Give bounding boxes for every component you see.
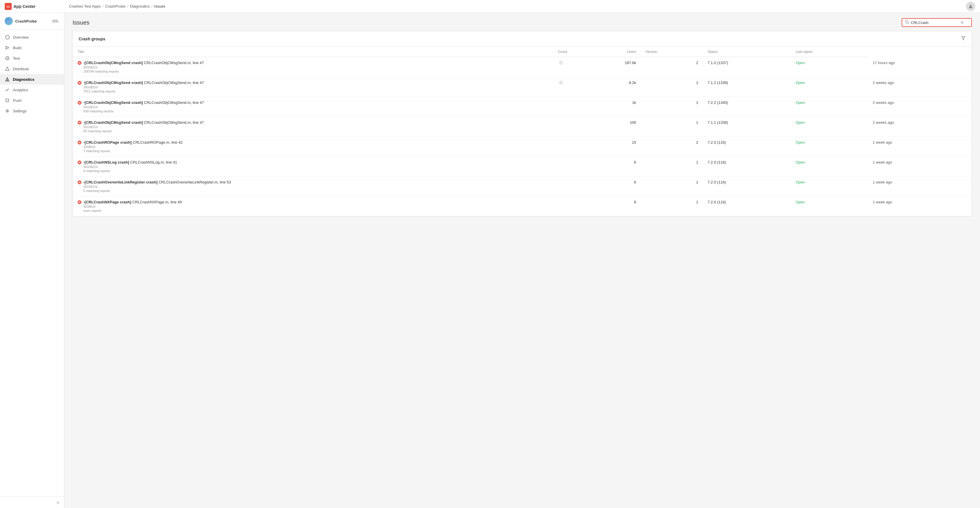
sidebar-item-push[interactable]: Push: [0, 95, 64, 105]
user-avatar[interactable]: [966, 2, 975, 11]
users-cell: 1: [641, 117, 703, 137]
crash-title-cell: -[CRLCrashNSLog crash] CRLCrashNSLog.m, …: [73, 157, 553, 176]
app-center-label: App Center: [13, 4, 35, 9]
crash-title: -[CRLCrashOverwriteLinkRegister crash] C…: [78, 180, 549, 193]
crash-reports: 7511 matching reports: [83, 89, 204, 93]
svg-text:CP: CP: [7, 20, 10, 23]
status-badge: Open: [795, 80, 805, 85]
status-cell: Open: [791, 97, 868, 117]
svg-rect-12: [6, 99, 9, 102]
crash-title-cell: -[CRLCrashObjCMsgSend crash] CRLCrashObj…: [73, 117, 553, 137]
breadcrumb: Crashes Test Apps / CrashProbe / Diagnos…: [69, 4, 966, 8]
count-cell: 6: [572, 176, 641, 196]
last-report-cell: 1 week ago: [868, 196, 972, 216]
app-logo[interactable]: AC App Center: [5, 3, 69, 10]
status-badge: Open: [795, 101, 805, 105]
analytics-icon: [5, 87, 10, 93]
table-row[interactable]: -[CRLCrashObjCMsgSend crash] CRLCrashObj…: [73, 77, 972, 97]
table-row[interactable]: -[CRLCrashObjCMsgSend crash] CRLCrashObj…: [73, 117, 972, 137]
sidebar-item-build[interactable]: Build: [0, 42, 64, 53]
sidebar-collapse: «: [0, 497, 64, 508]
breadcrumb-sep-2: /: [127, 4, 128, 8]
svg-marker-6: [6, 46, 9, 49]
svg-point-11: [7, 80, 8, 81]
main-layout: CP CrashProbe iOS Overview: [0, 13, 980, 508]
note-cell: [553, 196, 572, 216]
analytics-label: Analytics: [13, 88, 28, 92]
status-cell: Open: [791, 196, 868, 216]
crash-signal: SIGSEGV: [83, 165, 177, 169]
crash-title: -[CRLCrashNSLog crash] CRLCrashNSLog.m, …: [78, 160, 549, 173]
breadcrumb-item-2[interactable]: CrashProbe: [105, 4, 126, 8]
sidebar-item-distribute[interactable]: Distribute: [0, 64, 64, 74]
note-icon[interactable]: [558, 80, 564, 86]
sidebar-item-settings[interactable]: Settings: [0, 105, 64, 116]
status-cell: Open: [791, 57, 868, 77]
table-row[interactable]: -[CRLCrashObjCMsgSend crash] CRLCrashObj…: [73, 97, 972, 117]
status-cell: Open: [791, 117, 868, 137]
crash-name-block: -[CRLCrashROPage crash] CRLCrashROPage.m…: [83, 140, 183, 153]
breadcrumb-item-1[interactable]: Crashes Test Apps: [69, 4, 100, 8]
test-icon: [5, 56, 10, 61]
crash-reports: 93 matching reports: [83, 129, 204, 133]
crash-error-icon: [78, 61, 81, 66]
crash-method: -[CRLCrashOverwriteLinkRegister crash] C…: [83, 180, 231, 184]
table-row[interactable]: -[CRLCrashNXPage crash] CRLCrashNXPage.m…: [73, 196, 972, 216]
push-label: Push: [13, 98, 22, 103]
crash-error-icon: [78, 160, 81, 165]
sidebar-nav: Overview Build Test: [0, 30, 64, 497]
crash-title-cell: -[CRLCrashNXPage crash] CRLCrashNXPage.m…: [73, 196, 553, 216]
crash-reports: 7 matching reports: [83, 149, 183, 153]
crash-reports: 939 matching reports: [83, 109, 204, 113]
crash-reports: more reports: [83, 209, 182, 212]
last-report-cell: 17 hours ago: [868, 57, 972, 77]
last-report-cell: 2 weeks ago: [868, 117, 972, 137]
sidebar-item-overview[interactable]: Overview: [0, 32, 64, 42]
main-content: Issues ✕ Crash groups: [64, 13, 980, 508]
search-input[interactable]: [911, 21, 958, 25]
svg-marker-16: [962, 37, 965, 40]
crash-name-block: -[CRLCrashOverwriteLinkRegister crash] C…: [83, 180, 231, 193]
version-cell: 7.2.0 (116): [703, 157, 791, 176]
crash-name-block: -[CRLCrashObjCMsgSend crash] CRLCrashObj…: [83, 80, 204, 93]
filter-icon[interactable]: [961, 36, 966, 42]
crash-title-cell: -[CRLCrashROPage crash] CRLCrashROPage.m…: [73, 137, 553, 157]
table-row[interactable]: -[CRLCrashObjCMsgSend crash] CRLCrashObj…: [73, 57, 972, 77]
table-row[interactable]: -[CRLCrashROPage crash] CRLCrashROPage.m…: [73, 137, 972, 157]
collapse-button[interactable]: «: [57, 500, 59, 505]
last-report-cell: 1 week ago: [868, 157, 972, 176]
users-cell: 1: [641, 157, 703, 176]
table-body: -[CRLCrashObjCMsgSend crash] CRLCrashObj…: [73, 57, 972, 216]
crash-method: -[CRLCrashObjCMsgSend crash] CRLCrashObj…: [83, 80, 204, 85]
section-title: Crash groups: [79, 37, 105, 41]
settings-icon: [5, 108, 10, 113]
crash-error-icon: [78, 81, 81, 86]
col-last-report: Last report: [791, 47, 868, 57]
status-cell: Open: [791, 137, 868, 157]
count-cell: 8.2k: [572, 77, 641, 97]
count-cell: 15: [572, 137, 641, 157]
crash-title: -[CRLCrashROPage crash] CRLCrashROPage.m…: [78, 140, 549, 153]
col-version: Version: [641, 47, 703, 57]
users-cell: 1: [641, 176, 703, 196]
last-report-cell: 1 week ago: [868, 176, 972, 196]
diagnostics-icon: [5, 77, 10, 82]
crash-error-icon: [78, 101, 81, 105]
crash-signal: SIGBUS: [83, 205, 182, 208]
breadcrumb-item-3[interactable]: Diagnostics: [130, 4, 150, 8]
users-cell: 1: [641, 97, 703, 117]
table-row[interactable]: -[CRLCrashOverwriteLinkRegister crash] C…: [73, 176, 972, 196]
sidebar-item-test[interactable]: Test: [0, 53, 64, 64]
sidebar-app-name: CrashProbe: [15, 19, 49, 23]
count-cell: 8: [572, 196, 641, 216]
sidebar-item-analytics[interactable]: Analytics: [0, 85, 64, 95]
main-header: Issues ✕: [64, 13, 980, 31]
crash-signal: SIGSEGV: [83, 85, 204, 89]
crash-name-block: -[CRLCrashNXPage crash] CRLCrashNXPage.m…: [83, 200, 182, 212]
search-clear-button[interactable]: ✕: [961, 20, 964, 25]
sidebar-item-diagnostics[interactable]: Diagnostics: [0, 74, 64, 85]
table-row[interactable]: -[CRLCrashNSLog crash] CRLCrashNSLog.m, …: [73, 157, 972, 176]
note-icon[interactable]: [558, 60, 564, 66]
crash-title: -[CRLCrashObjCMsgSend crash] CRLCrashObj…: [78, 80, 549, 93]
note-cell: [553, 176, 572, 196]
